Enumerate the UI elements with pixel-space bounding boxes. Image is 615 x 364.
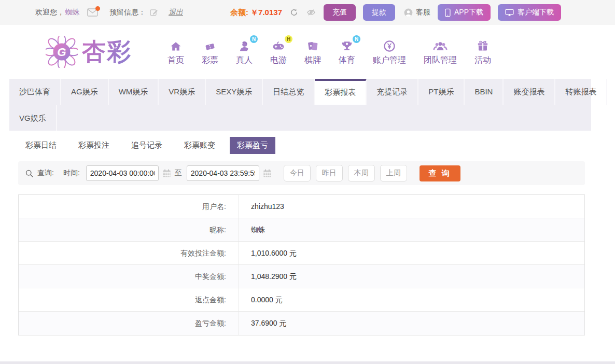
username-link[interactable]: 蜘蛛 (65, 8, 80, 17)
client-download-button[interactable]: 客户端下载 (498, 4, 561, 21)
nav-item-体育[interactable]: N体育 (330, 38, 364, 66)
quick-range-本周[interactable]: 本周 (348, 165, 375, 181)
client-download-label: 客户端下载 (518, 8, 554, 17)
start-datetime-input[interactable] (86, 165, 159, 181)
quick-range-昨日[interactable]: 昨日 (316, 165, 343, 181)
site-header: G 杏彩 首页彩票N真人H电游棋牌N体育账户管理团队管理活动 (0, 25, 615, 79)
subtab-彩票盈亏[interactable]: 彩票盈亏 (230, 137, 275, 154)
nav-label: 账户管理 (373, 55, 406, 66)
account-coin-icon (383, 38, 396, 53)
phone-icon (445, 8, 451, 17)
home-icon (169, 38, 183, 53)
welcome-prefix: 欢迎您， (35, 8, 64, 17)
nav-item-彩票[interactable]: 彩票 (193, 38, 227, 66)
balance-label: 余额: (230, 8, 248, 17)
subtab-彩票日结[interactable]: 彩票日结 (18, 137, 64, 154)
nav-item-账户管理[interactable]: 账户管理 (364, 38, 415, 66)
ticket-icon (203, 38, 217, 53)
refresh-balance-icon[interactable] (289, 8, 299, 17)
time-label: 时间: (63, 169, 80, 178)
app-download-button[interactable]: APP下载 (438, 4, 491, 21)
tab-日结总览[interactable]: 日结总览 (263, 79, 315, 105)
row-value: 37.6900 元 (239, 312, 287, 335)
row-value: 1,010.6000 元 (239, 242, 297, 264)
logo-flower-icon: G (46, 36, 78, 68)
tab-充提记录[interactable]: 充提记录 (367, 79, 418, 105)
gamepad-icon: H (271, 38, 286, 53)
team-icon (432, 38, 448, 53)
calendar-icon-start[interactable] (162, 169, 171, 178)
tab-VG娱乐[interactable]: VG娱乐 (9, 105, 57, 131)
row-label: 中奖金额: (19, 265, 239, 288)
badge-H: H (285, 35, 292, 43)
tab-PT娱乐[interactable]: PT娱乐 (418, 79, 465, 105)
table-row: 有效投注金额:1,010.6000 元 (19, 242, 584, 265)
logout-link[interactable]: 退出 (169, 8, 183, 17)
end-datetime-input[interactable] (187, 165, 259, 181)
logo-letter: G (57, 46, 66, 59)
edit-icon[interactable] (150, 8, 158, 17)
query-label: 查询: (37, 169, 54, 178)
nav-item-首页[interactable]: 首页 (159, 38, 193, 66)
nav-label: 电游 (270, 55, 287, 66)
table-row: 中奖金额:1,048.2900 元 (19, 265, 584, 288)
deposit-button[interactable]: 充值 (324, 4, 356, 21)
tab-彩票报表[interactable]: 彩票报表 (315, 79, 367, 105)
tab-VR娱乐[interactable]: VR娱乐 (159, 79, 206, 105)
row-label: 有效投注金额: (19, 242, 239, 264)
subtab-彩票投注[interactable]: 彩票投注 (71, 137, 117, 154)
nav-label: 真人 (236, 55, 253, 66)
row-label: 盈亏金额: (19, 312, 239, 335)
tab-WM娱乐[interactable]: WM娱乐 (109, 79, 159, 105)
customer-service-link[interactable]: 客服 (403, 8, 430, 18)
nav-item-活动[interactable]: 活动 (466, 38, 500, 66)
badge-N: N (250, 35, 258, 43)
tab-SEXY娱乐[interactable]: SEXY娱乐 (206, 79, 263, 105)
calendar-icon-end[interactable] (263, 169, 272, 178)
tab-沙巴体育[interactable]: 沙巴体育 (9, 79, 61, 105)
search-submit-button[interactable]: 查 询 (420, 165, 460, 181)
tab-余额查询[interactable]: 余额查询 (607, 79, 615, 105)
row-value: 蜘蛛 (239, 218, 265, 241)
nav-item-电游[interactable]: H电游 (261, 38, 296, 66)
nav-label: 活动 (474, 55, 491, 66)
quick-range-buttons: 今日昨日本周上周 (275, 165, 407, 181)
service-label: 客服 (416, 8, 430, 17)
tab-BBIN[interactable]: BBIN (465, 79, 504, 105)
reserved-info-label: 预留信息： (109, 8, 146, 17)
tab-转账报表[interactable]: 转账报表 (555, 79, 607, 105)
nav-item-真人[interactable]: N真人 (227, 38, 261, 66)
table-row: 返点金额:0.0000 元 (19, 288, 584, 312)
live-person-icon: N (237, 38, 251, 53)
hide-balance-icon[interactable] (306, 8, 316, 17)
tabs-row-1: 沙巴体育AG娱乐WM娱乐VR娱乐SEXY娱乐日结总览彩票报表充提记录PT娱乐BB… (9, 79, 591, 105)
site-logo[interactable]: G 杏彩 (46, 36, 132, 68)
app-download-label: APP下载 (454, 8, 483, 17)
row-value: 0.0000 元 (239, 288, 283, 311)
content-area: 彩票日结彩票投注追号记录彩票账变彩票盈亏 查询: 时间: 至 今日昨日本周上周 … (9, 131, 591, 335)
profit-report-table: 用户名:zhizhu123昵称:蜘蛛有效投注金额:1,010.6000 元中奖金… (18, 194, 585, 335)
cards-icon (306, 38, 319, 53)
tabs-row-2: VG娱乐 (9, 105, 591, 131)
table-row: 昵称:蜘蛛 (19, 218, 584, 242)
row-label: 用户名: (19, 195, 239, 218)
range-separator: 至 (175, 169, 182, 178)
subtab-彩票账变[interactable]: 彩票账变 (177, 137, 222, 154)
mail-icon[interactable] (87, 8, 98, 17)
welcome-message: 欢迎您， 蜘蛛 (35, 8, 80, 17)
nav-item-棋牌[interactable]: 棋牌 (296, 38, 330, 66)
subtab-追号记录[interactable]: 追号记录 (124, 137, 170, 154)
report-tabs: 沙巴体育AG娱乐WM娱乐VR娱乐SEXY娱乐日结总览彩票报表充提记录PT娱乐BB… (9, 79, 591, 131)
quick-range-上周[interactable]: 上周 (380, 165, 407, 181)
lottery-subtabs: 彩票日结彩票投注追号记录彩票账变彩票盈亏 (9, 131, 591, 154)
gift-icon (476, 38, 490, 53)
nav-item-团队管理[interactable]: 团队管理 (415, 38, 466, 66)
notification-dot (95, 6, 100, 11)
footer-strip (0, 361, 615, 364)
tab-AG娱乐[interactable]: AG娱乐 (61, 79, 109, 105)
logo-text: 杏彩 (82, 36, 132, 68)
tab-账变报表[interactable]: 账变报表 (504, 79, 555, 105)
withdraw-button[interactable]: 提款 (363, 4, 395, 21)
quick-range-今日[interactable]: 今日 (284, 165, 311, 181)
table-row: 盈亏金额:37.6900 元 (19, 312, 584, 335)
